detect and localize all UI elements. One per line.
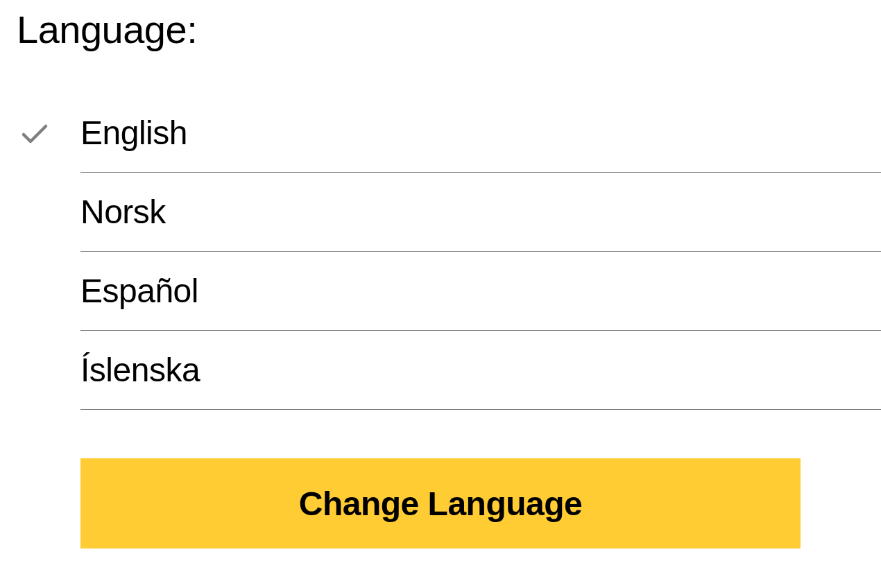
button-container: Change Language: [17, 458, 881, 548]
language-label: Íslenska: [80, 351, 200, 389]
change-language-button[interactable]: Change Language: [80, 458, 801, 548]
label-cell: Íslenska: [80, 331, 881, 410]
language-option-islenska[interactable]: Íslenska: [17, 331, 881, 410]
check-icon: [18, 116, 51, 150]
check-cell: [17, 116, 80, 150]
label-cell: Español: [80, 252, 881, 331]
language-heading: Language:: [17, 7, 881, 52]
change-language-button-label: Change Language: [299, 485, 583, 523]
label-cell: Norsk: [80, 173, 881, 252]
label-cell: English: [80, 94, 881, 173]
language-label: Norsk: [80, 193, 166, 231]
language-option-english[interactable]: English: [17, 94, 881, 173]
language-list: English Norsk Español Íslenska: [17, 94, 881, 410]
language-label: Español: [80, 272, 198, 310]
language-option-espanol[interactable]: Español: [17, 252, 881, 331]
language-label: English: [80, 114, 187, 152]
language-option-norsk[interactable]: Norsk: [17, 173, 881, 252]
